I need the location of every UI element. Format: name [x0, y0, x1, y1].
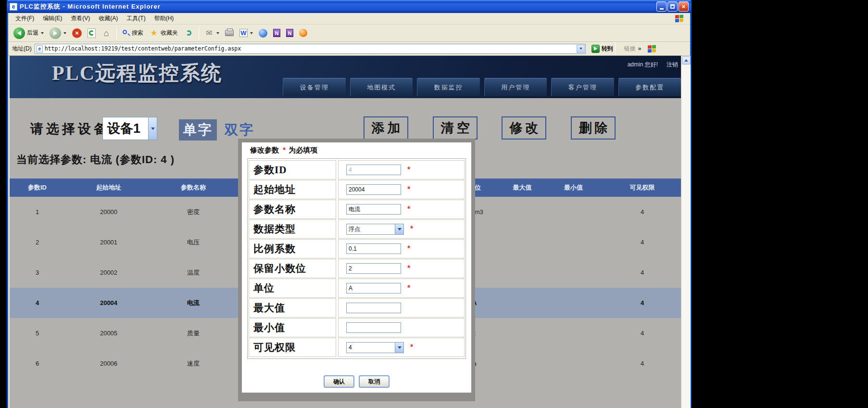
menu-item-edit[interactable]: 编辑(E): [38, 13, 66, 24]
required-marker: *: [410, 225, 413, 233]
screen: e PLC监控系统 - Microsoft Internet Explorer …: [0, 0, 868, 408]
logout-link[interactable]: 注销: [667, 61, 678, 69]
device-select-value: 设备1: [103, 117, 148, 140]
max-value-field[interactable]: [346, 303, 401, 313]
standard-buttons-toolbar: 后退 × ⌂ 搜索 ★ 收藏夹 ✉: [8, 25, 690, 42]
cell-start-address: 20006: [65, 360, 152, 367]
menu-bar: 文件(F) 编辑(E) 查看(V) 收藏(A) 工具(T) 帮助(H): [8, 13, 690, 25]
close-button[interactable]: ×: [679, 1, 689, 12]
go-button[interactable]: 转到: [591, 45, 613, 53]
windows-flag-icon-2: [648, 45, 656, 52]
chevron-down-icon[interactable]: [148, 117, 157, 140]
favorites-button[interactable]: ★ 收藏夹: [147, 26, 180, 40]
edit-button[interactable]: W: [237, 26, 255, 40]
data-type-select[interactable]: 浮点: [346, 224, 404, 235]
required-marker: *: [407, 166, 410, 174]
go-arrow-icon: [591, 45, 600, 53]
messenger-button[interactable]: N: [271, 26, 283, 40]
refresh-button[interactable]: [85, 26, 98, 40]
unit-field[interactable]: [346, 283, 401, 293]
param-name-field[interactable]: [346, 204, 401, 215]
scale-factor-field[interactable]: [346, 243, 401, 254]
modify-button[interactable]: 修改: [502, 116, 546, 140]
windows-flag-icon: [675, 14, 683, 22]
cell-start-address: 20000: [65, 208, 152, 216]
menu-item-view[interactable]: 查看(V): [66, 13, 94, 24]
scroll-up-button[interactable]: [682, 56, 691, 64]
links-overflow-chevron[interactable]: »: [638, 45, 642, 52]
visibility-value: 4: [347, 343, 395, 353]
search-label: 搜索: [132, 29, 143, 37]
visibility-select[interactable]: 4: [346, 342, 404, 353]
ie-window-icon: e: [10, 3, 17, 11]
cell-visibility: 4: [604, 208, 681, 216]
chevron-down-icon[interactable]: [395, 343, 403, 353]
maximize-button[interactable]: [667, 1, 678, 12]
max-value-label: 最大值: [249, 298, 336, 318]
add-button[interactable]: 添加: [364, 116, 408, 140]
cell-param-id: 4: [10, 299, 65, 306]
cell-param-name: 电压: [152, 238, 234, 247]
home-button[interactable]: ⌂: [99, 26, 113, 40]
cancel-button[interactable]: 取消: [359, 375, 390, 388]
clear-button[interactable]: 清空: [433, 116, 478, 140]
media-button[interactable]: [297, 26, 310, 40]
menu-item-tools[interactable]: 工具(T): [122, 13, 150, 24]
address-dropdown-button[interactable]: [577, 45, 585, 53]
param-id-field[interactable]: [346, 165, 401, 175]
nav-tab-user-management[interactable]: 用户管理: [484, 78, 547, 96]
nav-tab-map-mode[interactable]: 地图模式: [350, 78, 413, 96]
nav-tab-device-management[interactable]: 设备管理: [283, 78, 346, 96]
start-address-field[interactable]: [346, 184, 401, 195]
back-button[interactable]: 后退: [11, 26, 46, 40]
tab-single-word[interactable]: 单字: [179, 119, 217, 140]
nav-tab-data-monitor[interactable]: 数据监控: [417, 78, 480, 96]
decimal-places-field[interactable]: [346, 263, 401, 274]
minimize-button[interactable]: [656, 1, 667, 12]
cell-start-address: 20005: [65, 330, 152, 337]
chevron-down-icon[interactable]: [395, 224, 403, 234]
min-value-field[interactable]: [346, 322, 401, 333]
delete-button[interactable]: 删除: [571, 116, 616, 140]
print-button[interactable]: [223, 26, 236, 40]
menu-item-file[interactable]: 文件(F): [11, 13, 38, 24]
scale-factor-label: 比例系数: [249, 239, 336, 258]
messenger-button-2[interactable]: N: [284, 26, 296, 40]
tab-double-word[interactable]: 双字: [221, 119, 258, 140]
links-separator: [615, 42, 616, 55]
address-bar: 地址(D) e http://localhost:19219/test/cont…: [8, 42, 690, 56]
address-field[interactable]: e http://localhost:19219/test/contentweb…: [35, 44, 586, 54]
history-button[interactable]: [181, 26, 196, 40]
search-button[interactable]: 搜索: [120, 26, 146, 40]
mail-dropdown-icon[interactable]: [216, 32, 219, 34]
greeting-text: admin 您好!: [628, 61, 658, 69]
discuss-button[interactable]: [256, 26, 270, 40]
forward-dropdown-icon[interactable]: [63, 32, 66, 34]
links-bar[interactable]: 链接 »: [624, 45, 642, 53]
title-bar[interactable]: e PLC监控系统 - Microsoft Internet Explorer …: [7, 0, 692, 13]
menu-item-favorites[interactable]: 收藏(A): [94, 13, 122, 24]
device-select[interactable]: 设备1: [102, 117, 157, 140]
search-icon: [122, 29, 130, 37]
back-dropdown-icon[interactable]: [41, 32, 44, 34]
column-header-max-value: 最大值: [501, 183, 543, 192]
mail-button[interactable]: ✉: [202, 26, 222, 40]
forward-button[interactable]: [47, 26, 69, 40]
nav-tab-client-management[interactable]: 客户管理: [551, 78, 614, 96]
edit-dropdown-icon[interactable]: [250, 32, 253, 34]
stop-button[interactable]: ×: [70, 26, 84, 40]
toolbar-separator: [199, 27, 199, 39]
home-icon: ⌂: [101, 28, 111, 38]
cell-param-name: 密度: [152, 208, 234, 217]
visibility-label: 可见权限: [249, 338, 336, 357]
confirm-button[interactable]: 确认: [324, 375, 354, 388]
menu-item-help[interactable]: 帮助(H): [150, 13, 178, 24]
required-marker: *: [407, 205, 410, 213]
cell-visibility: 4: [604, 360, 681, 367]
address-url[interactable]: http://localhost:19219/test/contentweb/p…: [45, 45, 577, 52]
cell-start-address: 20002: [65, 269, 152, 276]
cell-param-id: 6: [10, 360, 65, 367]
page-scrollbar[interactable]: [681, 56, 691, 408]
minimize-icon: [660, 8, 664, 10]
nav-tab-parameter-config[interactable]: 参数配置: [618, 78, 681, 96]
